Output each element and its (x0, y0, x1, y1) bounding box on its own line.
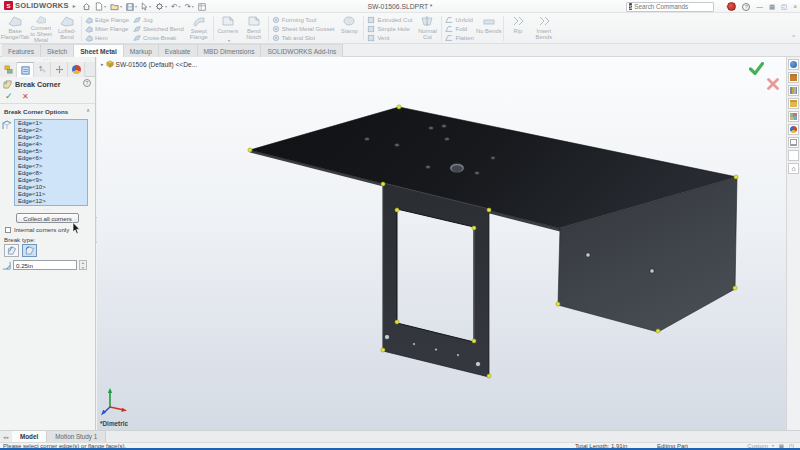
ribbon-button[interactable]: Swept Flange (186, 14, 212, 43)
ribbon-button[interactable]: Convert to Sheet Metal (28, 14, 54, 43)
ribbon-button[interactable]: Simple Hole (367, 24, 412, 33)
tab-feature-manager[interactable] (0, 62, 17, 77)
command-tab[interactable]: Evaluate (159, 44, 198, 57)
taskpane-design-library-icon[interactable] (788, 85, 799, 96)
ribbon-button[interactable]: Extruded Cut (367, 15, 412, 24)
edge-list-item[interactable]: Edge<2> (15, 127, 87, 134)
taskpane-resources-icon[interactable]: ⌂ (788, 163, 799, 174)
edge-list-item[interactable]: Edge<7> (15, 163, 87, 170)
chamfer-break-button[interactable] (4, 244, 19, 257)
edge-list-item[interactable]: Edge<11> (15, 191, 87, 198)
redo-icon[interactable]: ↷▾ (184, 2, 193, 11)
ribbon-button[interactable]: Sheet Metal Gusset (272, 24, 335, 33)
internal-corners-checkbox[interactable] (5, 227, 11, 233)
minimize-icon[interactable]: — (756, 2, 763, 12)
edge-list-item[interactable]: Edge<9> (15, 177, 87, 184)
search-scope-icon[interactable]: S (629, 3, 632, 10)
ribbon-button[interactable]: Cross-Break (133, 33, 184, 42)
edge-list-item[interactable]: Edge<3> (15, 134, 87, 141)
restore-icon[interactable]: ◱ (781, 2, 787, 12)
edge-list-item[interactable]: Edge<4> (15, 141, 87, 148)
ribbon-button[interactable]: Fold (445, 24, 473, 33)
ribbon-button[interactable]: Insert Bends (531, 14, 557, 43)
command-tab[interactable]: Markup (124, 44, 159, 57)
ribbon-button[interactable]: Normal Cut (414, 14, 440, 43)
tree-expand-icon[interactable]: ▸ (101, 61, 104, 67)
ribbon-button[interactable]: Bend Notch (241, 14, 267, 43)
edge-selection-list[interactable]: Edge<1>Edge<2>Edge<3>Edge<4>Edge<5>Edge<… (14, 119, 88, 206)
edge-list-item[interactable]: Edge<1> (15, 120, 87, 127)
section-collapse-icon[interactable]: ∧ (86, 107, 90, 113)
command-tab[interactable]: MBD Dimensions (198, 44, 262, 57)
ribbon-button[interactable]: Unfold (445, 15, 473, 24)
edge-list-item[interactable]: Edge<6> (15, 155, 87, 162)
tab-scroll-arrows[interactable]: ◂▸ (0, 431, 12, 442)
graphics-area[interactable]: ▸ SW-01506 (Default) <<De... *Dimetric (97, 57, 786, 430)
tab-display-manager[interactable] (68, 62, 85, 77)
new-document-icon[interactable]: ▾ (95, 2, 106, 11)
command-tab[interactable]: Features (2, 44, 41, 57)
ribbon-button[interactable]: Rip (505, 14, 531, 43)
collect-all-corners-button[interactable]: Collect all corners (16, 213, 79, 223)
tab-property-manager[interactable] (17, 62, 34, 77)
ribbon-button[interactable]: Base Flange/Tab (2, 14, 28, 43)
pm-ok-icon[interactable]: ✓ (5, 91, 13, 101)
ribbon-button[interactable]: Forming Tool (272, 15, 335, 24)
search-input[interactable] (634, 2, 722, 11)
pm-section-header[interactable]: Break Corner Options ∧ (0, 106, 95, 117)
taskpane-toolbox-icon[interactable] (788, 72, 799, 83)
command-tab[interactable]: Sheet Metal (74, 44, 124, 57)
edge-list-item[interactable]: Edge<10> (15, 184, 87, 191)
internal-corners-label: Internal corners only (14, 226, 69, 233)
edge-list-item[interactable]: Edge<12> (15, 198, 87, 205)
distance-spinner[interactable]: ▴ ▾ (79, 260, 87, 270)
file-properties-icon[interactable] (198, 3, 206, 11)
search-commands-box[interactable]: S ▾ (626, 2, 714, 12)
ribbon-button[interactable]: Vent (367, 33, 412, 42)
select-icon[interactable]: ▾ (141, 2, 151, 11)
ribbon-button[interactable]: Hem (85, 33, 129, 42)
ribbon-button[interactable]: Edge Flange (85, 15, 129, 24)
ribbon-button[interactable]: Tab and Slot (272, 33, 335, 42)
ribbon-button[interactable]: Jog (133, 15, 184, 24)
pm-cancel-icon[interactable]: ✕ (22, 92, 29, 101)
fillet-break-button[interactable] (22, 244, 37, 257)
ribbon-button[interactable]: Miter Flange (85, 24, 129, 33)
ribbon-button[interactable]: Lofted-Bend (54, 14, 80, 43)
ribbon-button[interactable]: Stamp (336, 14, 362, 43)
taskpane-3dexperience-icon[interactable] (788, 59, 799, 70)
taskpane-custom-properties-icon[interactable] (788, 137, 799, 148)
open-icon[interactable]: ▾ (110, 2, 122, 11)
taskpane-view-palette-icon[interactable] (788, 111, 799, 122)
menu-expand-icon[interactable]: ▸ (73, 2, 76, 9)
ribbon-collapse-icon[interactable]: ^ (792, 34, 795, 40)
home-icon[interactable] (82, 2, 91, 11)
edge-list-item[interactable]: Edge<5> (15, 148, 87, 155)
ribbon-button[interactable]: Flatten (445, 33, 473, 42)
apps-grid-icon[interactable]: ▦ (769, 2, 775, 12)
confirm-cancel-icon[interactable] (767, 78, 779, 90)
command-tab[interactable]: SOLIDWORKS Add-Ins (261, 44, 343, 57)
save-icon[interactable]: ▾ (126, 3, 137, 11)
taskpane-appearances-icon[interactable] (788, 124, 799, 135)
break-distance-input[interactable] (13, 260, 77, 270)
taskpane-file-explorer-icon[interactable] (788, 98, 799, 109)
edge-list-item[interactable]: Edge<8> (15, 170, 87, 177)
undo-icon[interactable]: ↶▾ (171, 2, 180, 11)
part-model[interactable] (97, 57, 786, 430)
ribbon-button[interactable]: No Bends (476, 14, 502, 43)
help-icon[interactable]: ? (742, 3, 750, 11)
list-resize-grip[interactable]: · · · (0, 207, 95, 212)
options-gear-icon[interactable]: ▾ (155, 2, 167, 11)
flyout-tree-label[interactable]: SW-01506 (Default) <<De... (116, 61, 198, 68)
confirm-ok-icon[interactable] (749, 62, 764, 75)
taskpane-forum-icon[interactable] (788, 150, 799, 161)
flyout-feature-tree[interactable]: ▸ SW-01506 (Default) <<De... (101, 60, 197, 68)
close-icon[interactable]: × (793, 2, 797, 12)
pm-help-icon[interactable]: ? (83, 79, 91, 87)
corners-dropdown-icon[interactable]: ▾ (228, 38, 230, 43)
user-avatar[interactable] (727, 2, 736, 11)
tab-configuration-manager[interactable] (34, 62, 51, 77)
ribbon-button[interactable]: Sketched Bend (133, 24, 184, 33)
tab-dimxpert-manager[interactable] (51, 62, 68, 77)
